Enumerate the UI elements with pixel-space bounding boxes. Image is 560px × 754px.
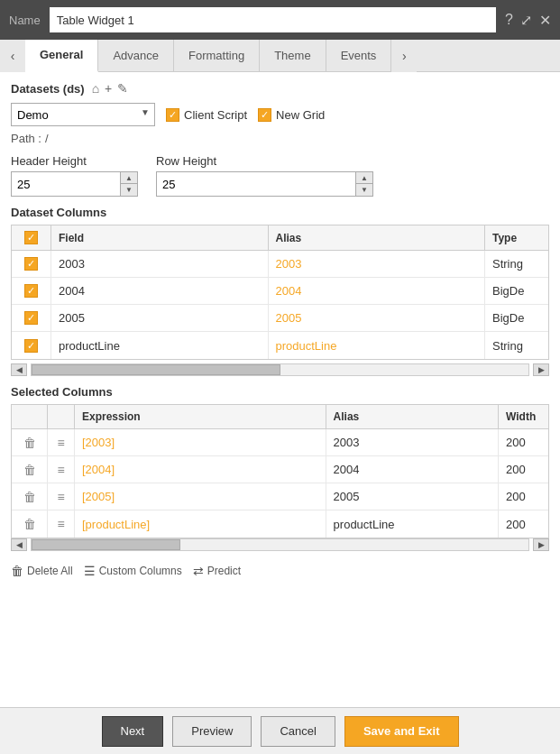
predict-label: Predict xyxy=(207,565,241,577)
new-grid-label: New Grid xyxy=(276,108,325,122)
row-checkbox-3[interactable] xyxy=(24,339,38,353)
row-field-1: 2004 xyxy=(51,278,269,304)
dataset-scroll-left[interactable]: ◀ xyxy=(11,363,27,376)
footer: Next Preview Cancel Save and Exit xyxy=(0,707,560,754)
header-height-input[interactable] xyxy=(12,172,120,196)
dataset-scroll-right[interactable]: ▶ xyxy=(533,363,549,376)
selected-scroll-thumb xyxy=(32,539,180,550)
selected-scroll-right[interactable]: ▶ xyxy=(533,538,549,551)
sel-expr-1: [2004] xyxy=(75,456,326,483)
sel-expr-3: [productLine] xyxy=(75,510,326,538)
predict-action[interactable]: ⇄ Predict xyxy=(193,564,241,578)
sel-expr-2: [2005] xyxy=(75,483,326,510)
row-checkbox-0[interactable] xyxy=(24,257,38,271)
selected-scroll-left[interactable]: ◀ xyxy=(11,538,27,551)
tab-right-arrow[interactable]: › xyxy=(391,40,417,72)
dataset-columns-header: Field Alias Type xyxy=(12,225,548,251)
row-height-label: Row Height xyxy=(156,154,373,168)
new-grid-checkbox-item: New Grid xyxy=(258,108,325,122)
header-height-spinner: ▲ ▼ xyxy=(11,171,138,197)
delete-all-action[interactable]: 🗑 Delete All xyxy=(11,564,73,578)
dataset-scroll-row: ◀ ▶ xyxy=(11,363,549,376)
row-checkbox-2[interactable] xyxy=(24,311,38,325)
row-check-2[interactable] xyxy=(12,305,51,331)
tab-advance[interactable]: Advance xyxy=(98,40,174,72)
trash-icon-2: 🗑 xyxy=(23,490,36,504)
sel-del-2[interactable]: 🗑 xyxy=(12,483,48,510)
header-height-down[interactable]: ▼ xyxy=(121,184,137,196)
widget-title-input[interactable] xyxy=(50,7,496,32)
selected-row: 🗑 ≡ [2004] 2004 200 xyxy=(12,456,548,483)
drag-icon-2: ≡ xyxy=(57,490,64,504)
row-check-3[interactable] xyxy=(12,332,51,359)
tab-general[interactable]: General xyxy=(25,40,98,72)
sel-del-1[interactable]: 🗑 xyxy=(12,456,48,483)
dataset-scroll-thumb xyxy=(32,364,280,375)
row-field-0: 2003 xyxy=(51,251,269,277)
th-alias: Alias xyxy=(269,225,486,250)
tab-formatting[interactable]: Formatting xyxy=(174,40,260,72)
tab-theme[interactable]: Theme xyxy=(260,40,326,72)
path-row: Path : / xyxy=(11,132,549,145)
tab-events[interactable]: Events xyxy=(326,40,392,72)
dataset-columns-table: Field Alias Type 2003 2003 String 2004 2… xyxy=(11,225,549,360)
next-button[interactable]: Next xyxy=(102,716,164,747)
sel-del-3[interactable]: 🗑 xyxy=(12,510,48,538)
client-script-checkbox[interactable] xyxy=(166,108,179,122)
row-check-0[interactable] xyxy=(12,251,51,277)
sel-th-del xyxy=(12,405,48,428)
dataset-row: 2004 2004 BigDe xyxy=(12,278,548,305)
sel-drag-2[interactable]: ≡ xyxy=(48,483,75,510)
row-check-1[interactable] xyxy=(12,278,51,304)
dataset-row: 2005 2005 BigDe xyxy=(12,305,548,332)
close-icon[interactable]: ✕ xyxy=(539,12,551,29)
bottom-actions: 🗑 Delete All ☰ Custom Columns ⇄ Predict xyxy=(11,560,549,582)
row-alias-1: 2004 xyxy=(269,278,486,304)
row-height-down[interactable]: ▼ xyxy=(356,184,372,196)
datasets-edit-icon[interactable]: ✎ xyxy=(117,81,128,96)
th-type: Type xyxy=(485,225,548,250)
row-height-up[interactable]: ▲ xyxy=(356,172,372,184)
dataset-scroll-track[interactable] xyxy=(31,363,529,376)
header-height-up[interactable]: ▲ xyxy=(121,172,137,184)
row-checkbox-1[interactable] xyxy=(24,284,38,298)
row-height-input[interactable] xyxy=(157,172,355,196)
sel-th-drag xyxy=(48,405,75,428)
save-exit-button[interactable]: Save and Exit xyxy=(344,716,459,747)
sel-drag-1[interactable]: ≡ xyxy=(48,456,75,483)
custom-columns-icon: ☰ xyxy=(84,564,96,578)
datasets-title: Datasets (ds) xyxy=(11,82,85,96)
datasets-add-icon[interactable]: + xyxy=(105,81,112,96)
sel-th-alias: Alias xyxy=(326,405,499,428)
sel-drag-3[interactable]: ≡ xyxy=(48,510,75,538)
th-field: Field xyxy=(51,225,269,250)
move-icon[interactable]: ⤢ xyxy=(520,12,532,29)
custom-columns-action[interactable]: ☰ Custom Columns xyxy=(84,564,182,578)
client-script-label: Client Script xyxy=(184,108,247,122)
cancel-button[interactable]: Cancel xyxy=(261,716,335,747)
sel-alias-2: 2005 xyxy=(326,483,499,510)
row-alias-3: productLine xyxy=(269,332,486,359)
selected-columns-header: Expression Alias Width xyxy=(11,404,549,429)
sel-drag-0[interactable]: ≡ xyxy=(48,429,75,455)
row-height-spinner: ▲ ▼ xyxy=(156,171,373,197)
dataset-dropdown[interactable]: Demo xyxy=(11,103,155,126)
heights-row: Header Height ▲ ▼ Row Height ▲ ▼ xyxy=(11,154,549,197)
tab-left-arrow[interactable]: ‹ xyxy=(0,40,25,72)
row-alias-2: 2005 xyxy=(269,305,486,331)
dataset-rows: 2003 2003 String 2004 2004 BigDe 2005 20… xyxy=(12,251,548,359)
predict-icon: ⇄ xyxy=(193,564,204,578)
sel-alias-3: productLine xyxy=(326,510,499,538)
header-height-buttons: ▲ ▼ xyxy=(120,172,137,196)
new-grid-checkbox[interactable] xyxy=(258,108,271,122)
sel-del-0[interactable]: 🗑 xyxy=(12,429,48,455)
selected-scroll-track[interactable] xyxy=(31,538,529,551)
select-all-checkbox[interactable] xyxy=(24,231,38,244)
dataset-row: 2003 2003 String xyxy=(12,251,548,278)
preview-button[interactable]: Preview xyxy=(172,716,252,747)
datasets-home-icon[interactable]: ⌂ xyxy=(92,81,99,96)
path-label: Path : xyxy=(11,132,41,145)
header-height-group: Header Height ▲ ▼ xyxy=(11,154,138,197)
help-icon[interactable]: ? xyxy=(505,12,513,28)
client-script-checkbox-item: Client Script xyxy=(166,108,247,122)
